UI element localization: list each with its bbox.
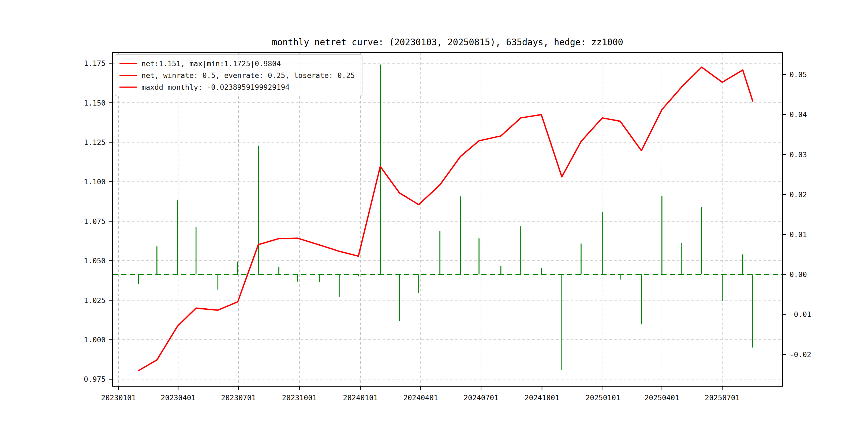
x-tick-label-20230401: 20230401 xyxy=(161,394,195,402)
x-tick-label-20241001: 20241001 xyxy=(525,394,559,402)
left-tick-label-1.100: 1.100 xyxy=(84,178,105,186)
legend-line-swatch xyxy=(120,63,136,64)
left-tick-label-1.050: 1.050 xyxy=(84,257,105,265)
legend-line-swatch xyxy=(120,87,136,88)
right-tick-label-0.01: 0.01 xyxy=(789,230,807,239)
x-tick-label-20230101: 20230101 xyxy=(101,394,136,402)
x-tick-label-20250401: 20250401 xyxy=(645,394,679,402)
legend-line-swatch xyxy=(120,75,136,76)
x-tick-label-20250701: 20250701 xyxy=(705,394,740,402)
x-tick-label-20230701: 20230701 xyxy=(221,394,256,402)
right-tick-label-0.03: 0.03 xyxy=(789,151,807,159)
legend-box: net:1.151, max|min:1.1725|0.9804net, win… xyxy=(115,54,363,96)
right-tick-label--0.02: -0.02 xyxy=(789,350,811,359)
left-tick-label-1.075: 1.075 xyxy=(84,217,105,225)
x-tick-label-20240101: 20240101 xyxy=(343,394,378,402)
left-tick-label-1.175: 1.175 xyxy=(84,59,105,67)
left-tick-label-1.025: 1.025 xyxy=(84,296,105,305)
x-tick-label-20240401: 20240401 xyxy=(403,394,438,402)
right-tick-label-0.00: 0.00 xyxy=(789,270,807,279)
left-tick-label-1.125: 1.125 xyxy=(84,138,105,147)
x-tick-label-20231001: 20231001 xyxy=(282,394,317,402)
x-tick-label-20250101: 20250101 xyxy=(586,394,620,402)
legend-item-1: net, winrate: 0.5, evenrate: 0.25, loser… xyxy=(120,69,355,81)
left-tick-label-0.975: 0.975 xyxy=(84,375,105,383)
legend-label: net, winrate: 0.5, evenrate: 0.25, loser… xyxy=(142,71,355,80)
x-tick-label-20240701: 20240701 xyxy=(463,394,498,402)
right-tick-label-0.02: 0.02 xyxy=(789,190,807,199)
figure-canvas: monthly netret curve: (20230103, 2025081… xyxy=(0,0,868,434)
right-tick-label-0.05: 0.05 xyxy=(789,70,807,79)
right-tick-label--0.01: -0.01 xyxy=(789,310,811,318)
legend-item-2: maxdd_monthly: -0.0238959199929194 xyxy=(120,81,355,93)
legend-label: net:1.151, max|min:1.1725|0.9804 xyxy=(142,60,281,68)
left-tick-label-1.150: 1.150 xyxy=(84,99,105,107)
net-curve-line xyxy=(138,67,753,371)
left-tick-label-1.000: 1.000 xyxy=(84,336,105,344)
legend-item-0: net:1.151, max|min:1.1725|0.9804 xyxy=(120,58,355,69)
right-tick-label-0.04: 0.04 xyxy=(789,111,807,119)
legend-label: maxdd_monthly: -0.0238959199929194 xyxy=(142,83,289,91)
